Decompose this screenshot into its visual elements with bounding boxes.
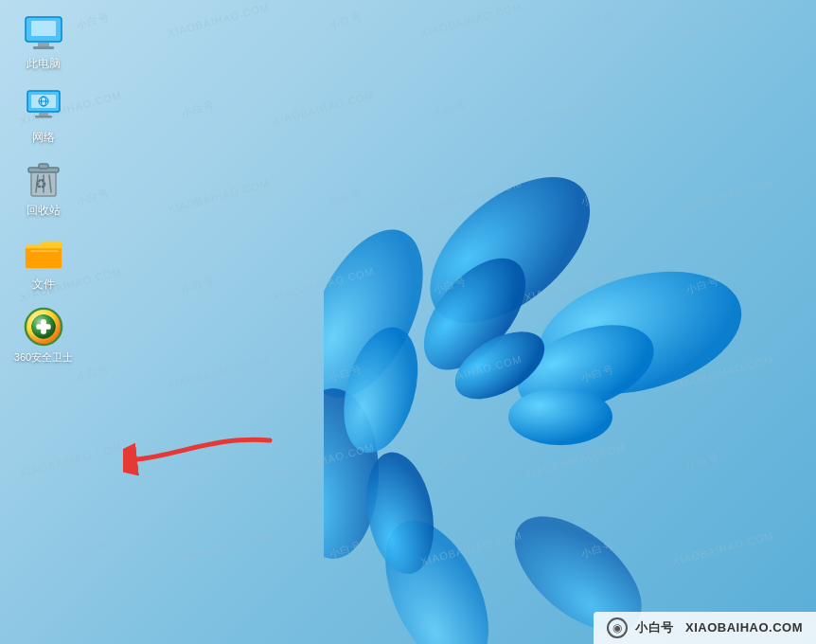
watermark-text: XIAOBAIHAO.COM	[167, 353, 272, 394]
svg-rect-14	[38, 43, 49, 46]
desktop: 小白号 XIAOBAIHAO.COM 小白号 XIAOBAIHAO.COM 小白…	[0, 0, 816, 644]
bloom-decoration	[324, 123, 816, 644]
watermark-text: 小白号	[75, 10, 112, 33]
network-icon-image	[24, 87, 63, 127]
watermark-text: 小白号	[75, 539, 112, 562]
red-arrow	[123, 426, 275, 487]
watermark-text: XIAOBAIHAO.COM	[167, 1, 272, 42]
watermark-text: XIAOBAIHAO.COM	[167, 529, 272, 570]
watermark-text: XIAOBAIHAO.COM	[19, 441, 124, 482]
folder-icon[interactable]: 文件	[9, 230, 78, 296]
svg-rect-35	[36, 325, 50, 331]
watermark-text: XIAOBAIHAO.COM	[419, 1, 524, 42]
svg-rect-13	[31, 21, 56, 36]
banner-logo-icon: ◉	[607, 617, 628, 638]
svg-point-10	[508, 388, 612, 445]
360-safe-icon-image	[24, 307, 63, 347]
recycle-bin-icon[interactable]: ♻ 回收站	[9, 156, 78, 223]
watermark-text: 小白号	[179, 451, 216, 474]
this-pc-icon-image	[24, 13, 63, 53]
watermark-text: 小白号	[683, 98, 720, 121]
network-label: 网络	[32, 131, 55, 146]
banner-label-text: 小白号	[635, 620, 674, 635]
svg-rect-25	[39, 164, 48, 169]
watermark-text: 小白号	[179, 98, 216, 121]
this-pc-label: 此电脑	[27, 57, 61, 72]
banner-label: 小白号 XIAOBAIHAO.COM	[635, 619, 803, 636]
watermark-text: 小白号	[75, 187, 112, 209]
bottom-banner: ◉ 小白号 XIAOBAIHAO.COM	[594, 612, 816, 644]
svg-text:♻: ♻	[35, 176, 47, 191]
banner-icon-symbol: ◉	[612, 621, 622, 635]
network-icon[interactable]: 网络	[9, 83, 78, 150]
watermark-text: XIAOBAIHAO.COM	[671, 1, 776, 42]
360-safe-icon[interactable]: 360安全卫士	[9, 303, 78, 367]
this-pc-icon[interactable]: 此电脑	[9, 9, 78, 76]
svg-rect-18	[39, 113, 48, 116]
watermark-text: 小白号	[432, 98, 469, 121]
watermark-text: 小白号	[327, 10, 364, 33]
watermark-text: XIAOBAIHAO.COM	[167, 177, 272, 218]
360-safe-label: 360安全卫士	[14, 350, 73, 364]
desktop-icons-container: 此电脑 网络	[9, 9, 78, 368]
folder-icon-image	[24, 234, 63, 274]
recycle-bin-label: 回收站	[27, 204, 61, 219]
watermark-text: 小白号	[179, 275, 216, 297]
watermark-text: 小白号	[579, 10, 616, 33]
watermark-text: 小白号	[75, 363, 112, 385]
svg-rect-15	[33, 46, 54, 49]
recycle-bin-icon-image: ♻	[24, 160, 63, 200]
svg-rect-19	[35, 116, 52, 118]
banner-domain-text: XIAOBAIHAO.COM	[685, 620, 803, 635]
folder-label: 文件	[32, 277, 55, 293]
